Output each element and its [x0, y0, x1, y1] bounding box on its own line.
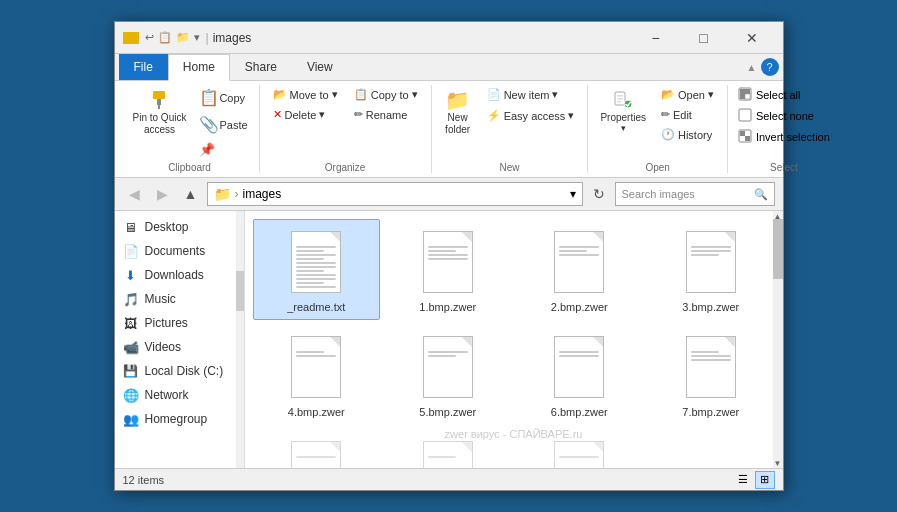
clipboard-group: Pin to Quickaccess 📋 Copy 📎 Paste 📌: [123, 85, 260, 173]
search-placeholder: Search images: [622, 188, 750, 200]
sidebar-item-homegroup[interactable]: 👥 Homegroup: [115, 407, 244, 431]
sidebar-label-homegroup: Homegroup: [145, 412, 208, 426]
tab-home[interactable]: Home: [168, 54, 230, 81]
scroll-up-icon[interactable]: ▲: [773, 211, 783, 221]
minimize-button[interactable]: −: [633, 22, 679, 54]
close-button[interactable]: ✕: [729, 22, 775, 54]
file-item-9[interactable]: 9.bmp.zwer: [384, 429, 512, 468]
file-item-5[interactable]: 5.bmp.zwer: [384, 324, 512, 425]
file-item-6[interactable]: 6.bmp.zwer: [516, 324, 644, 425]
file-item-2[interactable]: 2.bmp.zwer: [516, 219, 644, 320]
file-icon-readme: [286, 226, 346, 298]
sidebar-item-documents[interactable]: 📄 Documents: [115, 239, 244, 263]
move-to-button[interactable]: 📂 Move to ▾: [266, 85, 345, 104]
sidebar-item-disk[interactable]: 💾 Local Disk (C:): [115, 359, 244, 383]
properties-button[interactable]: Properties ▾: [594, 85, 652, 137]
qat-dropdown-icon[interactable]: ▾: [194, 31, 200, 44]
svg-rect-15: [740, 131, 745, 136]
file-name-6: 6.bmp.zwer: [551, 406, 608, 418]
search-box[interactable]: Search images 🔍: [615, 182, 775, 206]
back-button[interactable]: ◀: [123, 182, 147, 206]
scroll-down-icon[interactable]: ▼: [773, 458, 783, 468]
sidebar-scrollbar[interactable]: [236, 211, 244, 468]
svg-rect-12: [745, 94, 750, 99]
open-button[interactable]: 📂 Open ▾: [654, 85, 721, 104]
new-folder-label: Newfolder: [445, 112, 470, 136]
qat-undo-icon: ↩: [145, 31, 154, 44]
maximize-button[interactable]: □: [681, 22, 727, 54]
search-icon: 🔍: [754, 188, 768, 201]
file-name-1: 1.bmp.zwer: [419, 301, 476, 313]
tab-share[interactable]: Share: [230, 54, 292, 80]
paste-shortcut-button[interactable]: 📌: [194, 139, 252, 160]
file-item-readme[interactable]: _readme.txt: [253, 219, 381, 320]
move-to-chevron: ▾: [332, 88, 338, 101]
new-item-icon: 📄: [487, 88, 501, 101]
list-view-button[interactable]: ☰: [733, 471, 753, 489]
organize-col1: 📂 Move to ▾ ✕ Delete ▾: [266, 85, 345, 124]
window-icon: [123, 32, 139, 44]
tab-view[interactable]: View: [292, 54, 348, 80]
easy-access-button[interactable]: ⚡ Easy access ▾: [480, 106, 582, 125]
copy-to-button[interactable]: 📋 Copy to ▾: [347, 85, 425, 104]
videos-icon: 📹: [123, 339, 139, 355]
svg-rect-4: [617, 95, 623, 97]
ribbon-collapse-icon[interactable]: ▲: [747, 62, 757, 73]
paste-shortcut-icon: 📌: [199, 142, 215, 157]
rename-icon: ✏: [354, 108, 363, 121]
new-item-button[interactable]: 📄 New item ▾: [480, 85, 582, 104]
history-button[interactable]: 🕐 History: [654, 125, 721, 144]
sidebar-item-network[interactable]: 🌐 Network: [115, 383, 244, 407]
rename-button[interactable]: ✏ Rename: [347, 105, 425, 124]
file-area-scrollbar[interactable]: ▲ ▼: [773, 211, 783, 468]
file-icon-1: [418, 226, 478, 298]
open-col: 📂 Open ▾ ✏ Edit 🕐 History: [654, 85, 721, 144]
up-button[interactable]: ▲: [179, 182, 203, 206]
refresh-button[interactable]: ↻: [587, 182, 611, 206]
copy-to-label: Copy to: [371, 89, 409, 101]
sidebar-item-downloads[interactable]: ⬇ Downloads: [115, 263, 244, 287]
pin-button[interactable]: Pin to Quickaccess: [127, 85, 193, 140]
files-grid: _readme.txt 1.bmp.zwer: [253, 219, 775, 468]
select-all-button[interactable]: Select all: [734, 85, 834, 105]
file-item-3[interactable]: 3.bmp.zwer: [647, 219, 775, 320]
file-item-4[interactable]: 4.bmp.zwer: [253, 324, 381, 425]
properties-chevron: ▾: [621, 123, 626, 133]
properties-icon: [612, 89, 634, 111]
sidebar-item-videos[interactable]: 📹 Videos: [115, 335, 244, 359]
file-item-7[interactable]: 7.bmp.zwer: [647, 324, 775, 425]
file-name-5: 5.bmp.zwer: [419, 406, 476, 418]
paste-label: Paste: [219, 119, 247, 131]
select-all-label: Select all: [756, 89, 801, 101]
organize-label: Organize: [266, 160, 425, 173]
properties-label: Properties: [600, 112, 646, 123]
sidebar-item-pictures[interactable]: 🖼 Pictures: [115, 311, 244, 335]
select-none-button[interactable]: Select none: [734, 106, 834, 126]
address-bar: ◀ ▶ ▲ 📁 › images ▾ ↻ Search images 🔍: [115, 178, 783, 211]
sidebar-item-music[interactable]: 🎵 Music: [115, 287, 244, 311]
tab-file[interactable]: File: [119, 54, 168, 80]
file-name-3: 3.bmp.zwer: [682, 301, 739, 313]
sidebar-item-desktop[interactable]: 🖥 Desktop: [115, 215, 244, 239]
file-item-1[interactable]: 1.bmp.zwer: [384, 219, 512, 320]
address-path: images: [243, 187, 282, 201]
address-chevron[interactable]: ▾: [570, 187, 576, 201]
copy-to-icon: 📋: [354, 88, 368, 101]
select-content: Select all Select none Invert selection: [734, 85, 834, 160]
open-icon: 📂: [661, 88, 675, 101]
paste-button[interactable]: 📎 Paste: [194, 112, 252, 137]
file-item-10[interactable]: 10.bmp.zwer: [516, 429, 644, 468]
new-folder-button[interactable]: 📁 Newfolder: [438, 85, 478, 140]
copy-button[interactable]: 📋 Copy: [194, 85, 252, 110]
forward-button[interactable]: ▶: [151, 182, 175, 206]
edit-button[interactable]: ✏ Edit: [654, 105, 721, 124]
file-item-8[interactable]: 8.bmp.zwer: [253, 429, 381, 468]
file-icon-6: [549, 331, 609, 403]
delete-button[interactable]: ✕ Delete ▾: [266, 105, 345, 124]
invert-selection-button[interactable]: Invert selection: [734, 127, 834, 147]
address-input[interactable]: 📁 › images ▾: [207, 182, 583, 206]
grid-view-button[interactable]: ⊞: [755, 471, 775, 489]
file-icon-3: [681, 226, 741, 298]
help-button[interactable]: ?: [761, 58, 779, 76]
svg-rect-5: [617, 98, 623, 100]
